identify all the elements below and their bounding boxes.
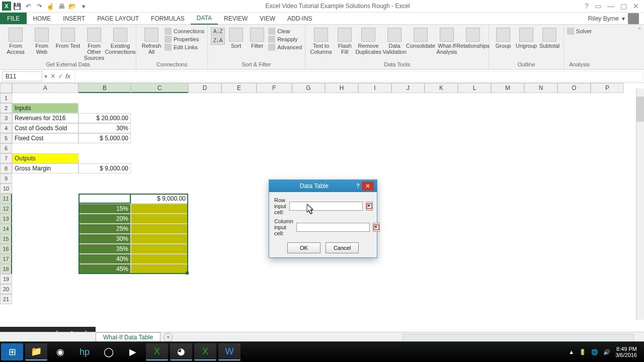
reapply-button[interactable]: Reapply: [268, 36, 302, 43]
row-input-ref-icon[interactable]: [366, 202, 373, 211]
cell[interactable]: 40%: [78, 254, 131, 264]
row-header[interactable]: 11: [0, 194, 12, 204]
touch-mode-icon[interactable]: ☝: [45, 1, 55, 11]
properties-button[interactable]: Properties: [165, 36, 204, 43]
cell[interactable]: Inputs: [12, 103, 78, 113]
tab-data[interactable]: DATA: [191, 13, 218, 25]
minimize-icon[interactable]: —: [607, 2, 614, 10]
column-header[interactable]: C: [131, 83, 188, 93]
column-header[interactable]: F: [257, 83, 292, 93]
network-icon[interactable]: 🌐: [591, 349, 598, 355]
tab-review[interactable]: REVIEW: [218, 13, 254, 24]
battery-icon[interactable]: 🔋: [579, 349, 586, 355]
cell[interactable]: 30%: [78, 234, 131, 244]
row-header[interactable]: 17: [0, 254, 12, 264]
cell[interactable]: [131, 224, 188, 234]
video-app-icon[interactable]: ▶: [122, 343, 144, 360]
tab-insert[interactable]: INSERT: [57, 13, 91, 24]
cell[interactable]: 35%: [78, 244, 131, 254]
excel-taskbar-icon[interactable]: X: [146, 343, 168, 360]
filter-button[interactable]: Filter: [247, 26, 267, 49]
row-header[interactable]: 2: [0, 103, 12, 113]
group-button[interactable]: Group: [492, 26, 514, 49]
row-header[interactable]: 19: [0, 274, 12, 284]
cell[interactable]: $ 9,000.00: [131, 194, 188, 204]
cell[interactable]: 20%: [78, 214, 131, 224]
row-header[interactable]: 20: [0, 284, 12, 294]
cell[interactable]: Cost of Goods Sold: [12, 123, 78, 133]
qat-customize-icon[interactable]: ▾: [78, 1, 89, 11]
column-header[interactable]: G: [292, 83, 325, 93]
solver-button[interactable]: Solver: [567, 28, 592, 35]
row-header[interactable]: 7: [0, 153, 12, 163]
column-header[interactable]: M: [491, 83, 524, 93]
row-header[interactable]: 10: [0, 184, 12, 194]
formula-input[interactable]: [74, 71, 643, 81]
enter-formula-icon[interactable]: ✓: [58, 72, 63, 80]
column-header[interactable]: E: [221, 83, 257, 93]
start-icon[interactable]: ⊞: [1, 343, 23, 360]
user-dropdown-icon[interactable]: ▾: [622, 15, 625, 22]
consolidate-button[interactable]: Consolidate: [408, 26, 433, 49]
column-header[interactable]: L: [458, 83, 491, 93]
volume-icon[interactable]: 🔊: [603, 349, 610, 355]
column-header[interactable]: D: [188, 83, 221, 93]
hp-icon[interactable]: hp: [73, 343, 96, 360]
dialog-titlebar[interactable]: Data Table ? ✕: [269, 180, 377, 192]
cell[interactable]: Revenues for 2016: [12, 113, 78, 123]
row-header[interactable]: 8: [0, 163, 12, 173]
what-if-analysis-button[interactable]: What-If Analysis: [434, 26, 459, 55]
vertical-scrollbar[interactable]: [636, 88, 644, 320]
tab-home[interactable]: HOME: [27, 13, 57, 24]
avatar[interactable]: [628, 13, 639, 24]
clear-filter-button[interactable]: Clear: [268, 28, 302, 35]
from-text-button[interactable]: From Text: [55, 26, 80, 49]
subtotal-button[interactable]: Subtotal: [538, 26, 560, 49]
row-input-cell-field[interactable]: [289, 202, 363, 211]
data-validation-button[interactable]: Data Validation: [382, 26, 407, 55]
row-header[interactable]: 21: [0, 294, 12, 304]
column-header[interactable]: P: [591, 83, 624, 93]
tray-up-icon[interactable]: ▲: [569, 349, 574, 355]
row-header[interactable]: 14: [0, 224, 12, 234]
horizontal-scrollbar[interactable]: [403, 334, 634, 342]
media-player-icon[interactable]: ◉: [49, 343, 71, 360]
row-header[interactable]: 3: [0, 113, 12, 123]
maximize-icon[interactable]: ▢: [620, 2, 627, 10]
excel-taskbar-icon-2[interactable]: X: [194, 343, 216, 360]
column-header[interactable]: I: [358, 83, 391, 93]
clock-date[interactable]: 3/6/2016: [615, 352, 637, 358]
column-header[interactable]: N: [524, 83, 557, 93]
cancel-formula-icon[interactable]: ✕: [50, 72, 56, 80]
edit-links-button[interactable]: Edit Links: [165, 44, 204, 51]
sheet-tab[interactable]: What-If Data Table: [96, 332, 160, 342]
cell[interactable]: [131, 234, 188, 244]
connections-button[interactable]: Connections: [165, 28, 204, 35]
column-header[interactable]: A: [12, 83, 78, 93]
dialog-close-icon[interactable]: ✕: [362, 182, 374, 191]
row-header[interactable]: 13: [0, 214, 12, 224]
cancel-button[interactable]: Cancel: [326, 242, 359, 253]
from-other-sources-button[interactable]: From Other Sources: [82, 26, 107, 61]
cell[interactable]: 45%: [78, 264, 131, 274]
row-header[interactable]: 1: [0, 93, 12, 103]
cell[interactable]: Outputs: [12, 153, 78, 163]
text-to-columns-button[interactable]: Text to Columns: [308, 26, 334, 55]
add-sheet-icon[interactable]: +: [164, 333, 173, 342]
camera-icon[interactable]: ◯: [98, 343, 120, 360]
ungroup-button[interactable]: Ungroup: [515, 26, 537, 49]
column-header[interactable]: B: [78, 83, 131, 93]
cell[interactable]: [131, 264, 188, 274]
row-header[interactable]: 15: [0, 234, 12, 244]
select-all-corner[interactable]: [0, 83, 12, 93]
file-explorer-icon[interactable]: 📁: [25, 343, 47, 360]
word-icon[interactable]: W: [218, 343, 240, 360]
ok-button[interactable]: OK: [287, 242, 320, 253]
row-header[interactable]: 18: [0, 264, 12, 274]
open-icon[interactable]: 📂: [67, 1, 77, 11]
help-icon[interactable]: ?: [585, 2, 589, 10]
existing-connections-button[interactable]: Existing Connections: [108, 26, 133, 55]
active-cell[interactable]: [78, 194, 131, 204]
column-header[interactable]: H: [325, 83, 358, 93]
chrome-icon[interactable]: ◕: [170, 343, 192, 360]
